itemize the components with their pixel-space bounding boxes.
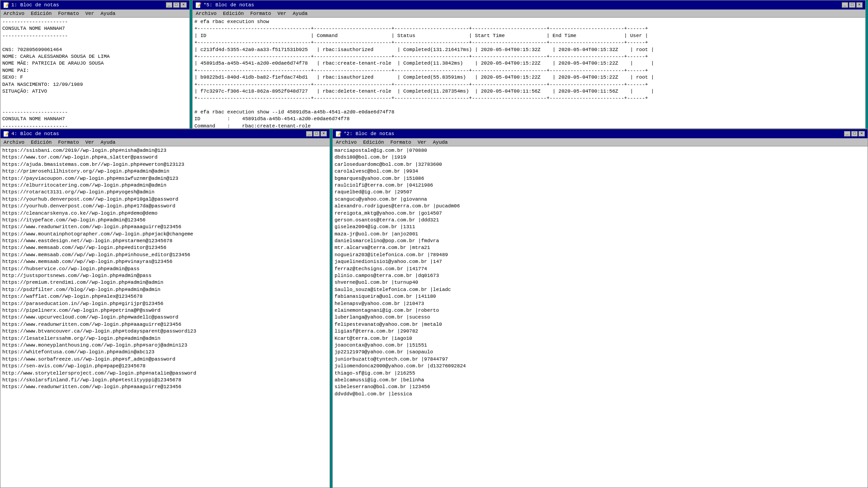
content-5[interactable]: # efa rbac execution show +-------------… xyxy=(193,18,865,128)
body-2: marciapostale@ig.com.br |070880 dbds180@… xyxy=(333,146,868,488)
menu-ayuda-5[interactable]: Ayuda xyxy=(291,11,309,16)
menu-edicion-2[interactable]: Edición xyxy=(362,140,385,145)
menu-edicion-4[interactable]: Edición xyxy=(29,140,53,145)
menu-formato-1[interactable]: Formato xyxy=(57,11,80,16)
notepad-icon-1: 📝 xyxy=(3,2,9,8)
maximize-btn-2[interactable]: □ xyxy=(851,131,858,136)
menu-formato-2[interactable]: Formato xyxy=(389,140,412,145)
menubar-4: Archivo Edición Formato Ver Ayuda xyxy=(0,138,330,146)
menu-ver-4[interactable]: Ver xyxy=(84,140,96,145)
title-5: 📝 *5: Bloc de notas xyxy=(195,2,254,8)
close-btn-4[interactable]: × xyxy=(321,131,327,136)
window-2: 📝 *2: Bloc de notas _ □ × Archivo Edició… xyxy=(332,129,868,488)
window-5: 📝 *5: Bloc de notas _ □ × Archivo Edició… xyxy=(192,0,866,129)
controls-2: _ □ × xyxy=(844,131,865,136)
content-1[interactable]: ---------------------- CONSULTA NOME HAN… xyxy=(0,18,189,128)
maximize-btn-5[interactable]: □ xyxy=(849,2,855,8)
menu-edicion-1[interactable]: Edición xyxy=(29,11,53,16)
close-btn-5[interactable]: × xyxy=(856,2,863,8)
menu-ver-2[interactable]: Ver xyxy=(416,140,428,145)
minimize-btn-4[interactable]: _ xyxy=(306,131,312,136)
menu-archivo-1[interactable]: Archivo xyxy=(2,11,26,16)
close-btn-2[interactable]: × xyxy=(859,131,865,136)
maximize-btn-1[interactable]: □ xyxy=(173,2,179,8)
title-label-5: *5: Bloc de notas xyxy=(203,2,254,8)
titlebar-2: 📝 *2: Bloc de notas _ □ × xyxy=(333,129,868,138)
menu-ayuda-2[interactable]: Ayuda xyxy=(431,140,449,145)
body-4: https://ssisbani.com/2019//wp-login.php#… xyxy=(0,146,330,488)
window-4: 📝 4: Bloc de notas _ □ × Archivo Edición… xyxy=(0,129,330,488)
menu-ver-1[interactable]: Ver xyxy=(84,11,96,16)
titlebar-4: 📝 4: Bloc de notas _ □ × xyxy=(0,129,330,138)
title-label-1: 1: Bloc de notas xyxy=(11,2,59,8)
notepad-icon-2: 📝 xyxy=(335,131,342,137)
window-1: 📝 1: Bloc de notas _ □ × Archivo Edición… xyxy=(0,0,190,129)
close-btn-1[interactable]: × xyxy=(180,2,187,8)
minimize-btn-1[interactable]: _ xyxy=(166,2,172,8)
menu-formato-4[interactable]: Formato xyxy=(57,140,80,145)
titlebar-5: 📝 *5: Bloc de notas _ □ × xyxy=(193,0,865,9)
menubar-1: Archivo Edición Formato Ver Ayuda xyxy=(0,9,189,18)
menu-edicion-5[interactable]: Edición xyxy=(222,11,245,16)
menu-ayuda-4[interactable]: Ayuda xyxy=(99,140,117,145)
menu-archivo-4[interactable]: Archivo xyxy=(2,140,26,145)
menu-ayuda-1[interactable]: Ayuda xyxy=(99,11,117,16)
notepad-icon-5: 📝 xyxy=(195,2,202,8)
minimize-btn-5[interactable]: _ xyxy=(842,2,848,8)
menubar-5: Archivo Edición Formato Ver Ayuda xyxy=(193,9,865,18)
controls-1: _ □ × xyxy=(166,2,187,8)
menu-ver-5[interactable]: Ver xyxy=(276,11,288,16)
minimize-btn-2[interactable]: _ xyxy=(844,131,850,136)
title-4: 📝 4: Bloc de notas xyxy=(3,131,59,137)
maximize-btn-4[interactable]: □ xyxy=(313,131,320,136)
title-label-4: 4: Bloc de notas xyxy=(11,131,59,136)
menu-formato-5[interactable]: Formato xyxy=(249,11,272,16)
controls-5: _ □ × xyxy=(842,2,863,8)
titlebar-1: 📝 1: Bloc de notas _ □ × xyxy=(0,0,189,9)
controls-4: _ □ × xyxy=(306,131,327,136)
notepad-icon-4: 📝 xyxy=(3,131,9,137)
body-1: ---------------------- CONSULTA NOME HAN… xyxy=(0,18,189,128)
menu-archivo-5[interactable]: Archivo xyxy=(194,11,218,16)
content-2[interactable]: marciapostale@ig.com.br |070880 dbds180@… xyxy=(333,146,868,488)
title-label-2: *2: Bloc de notas xyxy=(344,131,394,136)
menubar-2: Archivo Edición Formato Ver Ayuda xyxy=(333,138,868,146)
content-4[interactable]: https://ssisbani.com/2019//wp-login.php#… xyxy=(0,146,330,488)
body-5: # efa rbac execution show +-------------… xyxy=(193,18,865,128)
menu-archivo-2[interactable]: Archivo xyxy=(335,140,358,145)
title-1: 📝 1: Bloc de notas xyxy=(3,2,59,8)
title-2: 📝 *2: Bloc de notas xyxy=(335,131,394,137)
